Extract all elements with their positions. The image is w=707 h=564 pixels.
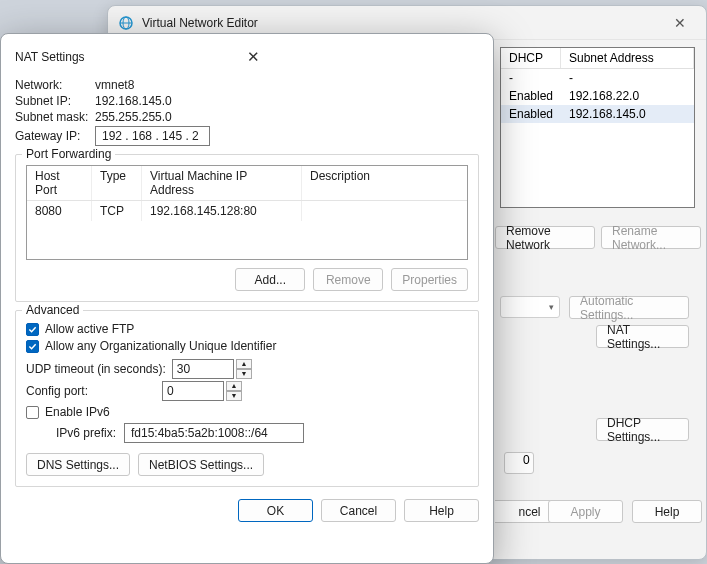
check-icon — [26, 340, 39, 353]
spin-down-icon[interactable]: ▼ — [226, 391, 242, 401]
table-row-selected[interactable]: Enabled 192.168.145.0 — [501, 105, 694, 123]
dns-settings-button[interactable]: DNS Settings... — [26, 453, 130, 476]
enable-ipv6-checkbox[interactable]: Enable IPv6 — [26, 405, 468, 419]
rename-network-button[interactable]: Rename Network... — [601, 226, 701, 249]
config-port-spinner: ▲ ▼ — [226, 381, 242, 401]
spin-up-icon[interactable]: ▲ — [226, 381, 242, 391]
port-forwarding-table: Host Port Type Virtual Machine IP Addres… — [26, 165, 468, 260]
close-icon[interactable]: ✕ — [664, 11, 696, 35]
network-value: vmnet8 — [95, 78, 134, 92]
allow-oui-checkbox[interactable]: Allow any Organizationally Unique Identi… — [26, 339, 468, 353]
check-icon — [26, 323, 39, 336]
col-dhcp[interactable]: DHCP — [501, 48, 561, 68]
cancel-button[interactable]: Cancel — [321, 499, 396, 522]
networks-table: DHCP Subnet Address - - Enabled 192.168.… — [500, 47, 695, 208]
dialog-title: NAT Settings — [15, 50, 241, 64]
subnet-mask-label: Subnet mask: — [15, 110, 89, 124]
automatic-settings-button[interactable]: Automatic Settings... — [569, 296, 689, 319]
subnet-combo[interactable]: ▾ — [500, 296, 560, 318]
properties-button[interactable]: Properties — [391, 268, 468, 291]
app-icon — [118, 15, 134, 31]
col-subnet[interactable]: Subnet Address — [561, 48, 694, 68]
checkbox-label: Allow any Organizationally Unique Identi… — [45, 339, 276, 353]
subnet-ip-value: 192.168.145.0 — [95, 94, 172, 108]
table-header: DHCP Subnet Address — [501, 48, 694, 69]
port-forwarding-group: Port Forwarding Host Port Type Virtual M… — [15, 154, 479, 302]
col-description[interactable]: Description — [302, 166, 467, 200]
remove-button[interactable]: Remove — [313, 268, 383, 291]
parent-help-button[interactable]: Help — [632, 500, 702, 523]
config-port-input[interactable]: 0 — [162, 381, 224, 401]
udp-timeout-label: UDP timeout (in seconds): — [26, 362, 166, 376]
pf-body[interactable]: 8080 TCP 192.168.145.128:80 — [27, 201, 467, 259]
nat-settings-button[interactable]: NAT Settings... — [596, 325, 689, 348]
advanced-group: Advanced Allow active FTP Allow any Orga… — [15, 310, 479, 487]
nat-settings-dialog: NAT Settings ✕ Network: vmnet8 Subnet IP… — [0, 33, 494, 564]
udp-timeout-spinner: ▲ ▼ — [236, 359, 252, 379]
gateway-ip-label: Gateway IP: — [15, 129, 89, 143]
subnet-mask-value: 255.255.255.0 — [95, 110, 172, 124]
ipv6-prefix-input[interactable]: fd15:4ba5:5a2b:1008::/64 — [124, 423, 304, 443]
ok-button[interactable]: OK — [238, 499, 313, 522]
spin-down-icon[interactable]: ▼ — [236, 369, 252, 379]
checkbox-empty-icon — [26, 406, 39, 419]
config-port-label: Config port: — [26, 384, 156, 398]
udp-timeout-input[interactable]: 30 — [172, 359, 234, 379]
add-button[interactable]: Add... — [235, 268, 305, 291]
partial-button[interactable]: 0 — [504, 452, 534, 474]
subnet-ip-label: Subnet IP: — [15, 94, 89, 108]
parent-title: Virtual Network Editor — [142, 16, 664, 30]
table-body: - - Enabled 192.168.22.0 Enabled 192.168… — [501, 69, 694, 207]
ipv6-prefix-label: IPv6 prefix: — [56, 426, 118, 440]
group-title: Advanced — [22, 303, 83, 317]
spin-up-icon[interactable]: ▲ — [236, 359, 252, 369]
table-row[interactable]: 8080 TCP 192.168.145.128:80 — [27, 201, 467, 221]
pf-header: Host Port Type Virtual Machine IP Addres… — [27, 166, 467, 201]
help-button[interactable]: Help — [404, 499, 479, 522]
checkbox-label: Enable IPv6 — [45, 405, 110, 419]
col-type[interactable]: Type — [92, 166, 142, 200]
table-row[interactable]: Enabled 192.168.22.0 — [501, 87, 694, 105]
chevron-down-icon: ▾ — [549, 302, 554, 312]
parent-apply-button[interactable]: Apply — [548, 500, 623, 523]
netbios-settings-button[interactable]: NetBIOS Settings... — [138, 453, 264, 476]
allow-active-ftp-checkbox[interactable]: Allow active FTP — [26, 322, 468, 336]
gateway-ip-input[interactable]: 192 . 168 . 145 . 2 — [95, 126, 210, 146]
group-title: Port Forwarding — [22, 147, 115, 161]
checkbox-label: Allow active FTP — [45, 322, 134, 336]
dhcp-settings-button[interactable]: DHCP Settings... — [596, 418, 689, 441]
table-row[interactable]: - - — [501, 69, 694, 87]
col-vm-ip[interactable]: Virtual Machine IP Address — [142, 166, 302, 200]
network-label: Network: — [15, 78, 89, 92]
close-icon[interactable]: ✕ — [241, 48, 479, 66]
col-host-port[interactable]: Host Port — [27, 166, 92, 200]
dialog-titlebar: NAT Settings ✕ — [15, 46, 479, 76]
remove-network-button[interactable]: Remove Network — [495, 226, 595, 249]
